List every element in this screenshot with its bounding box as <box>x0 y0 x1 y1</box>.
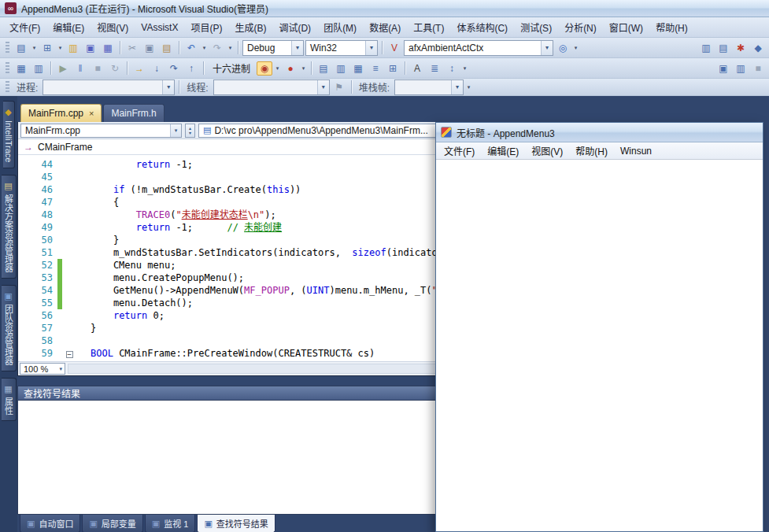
chevron-down-icon[interactable]: ▾ <box>451 80 463 94</box>
restart-icon[interactable]: ↻ <box>107 61 123 76</box>
new-breakpoint-icon[interactable]: ● <box>283 61 298 76</box>
breakpoints-grid-icon[interactable]: ▦ <box>13 61 29 76</box>
sort-tool-icon[interactable]: ↕ <box>444 61 460 76</box>
menu-item-生成(B)[interactable]: 生成(B) <box>228 18 272 36</box>
app-menu-item-文件(F)[interactable]: 文件(F) <box>438 142 481 160</box>
object-browser-icon[interactable]: ✱ <box>733 41 749 55</box>
list-tool-icon[interactable]: ≣ <box>427 61 442 76</box>
bottom-tab-监视 1[interactable]: ▣监视 1 <box>145 515 196 532</box>
undo-icon[interactable]: ↶ <box>183 41 199 55</box>
platform-combo[interactable]: Win32▾ <box>305 40 378 56</box>
doc-tab-MainFrm.cpp[interactable]: MainFrm.cpp× <box>20 104 102 122</box>
menu-item-工具(T)[interactable]: 工具(T) <box>407 18 450 36</box>
app-window[interactable]: 无标题 - AppendMenu3 文件(F)编辑(E)视图(V)帮助(H)Wi… <box>435 122 763 532</box>
copy-icon[interactable]: ▣ <box>142 41 157 55</box>
flag-icon[interactable]: ⚑ <box>331 80 347 94</box>
menu-item-体系结构(C)[interactable]: 体系结构(C) <box>450 18 514 36</box>
app-menu-item-视图(V)[interactable]: 视图(V) <box>525 142 569 160</box>
continue-icon[interactable]: ▶ <box>55 61 71 76</box>
menu-item-数据(A)[interactable]: 数据(A) <box>363 18 407 36</box>
find-dropdown[interactable]: ▾ <box>572 41 579 55</box>
bottom-tab-查找符号结果[interactable]: ▣查找符号结果 <box>197 515 275 532</box>
app-titlebar[interactable]: 无标题 - AppendMenu3 <box>436 123 763 142</box>
immediate-window-icon[interactable]: ▤ <box>316 61 331 76</box>
menu-item-项目(P)[interactable]: 项目(P) <box>184 18 228 36</box>
redo-icon[interactable]: ↷ <box>209 41 225 55</box>
step-into-icon[interactable]: ↓ <box>149 61 165 76</box>
stop-debug-icon[interactable]: ■ <box>90 61 105 76</box>
text-tool-icon[interactable]: A <box>409 61 425 76</box>
watch-window-icon[interactable]: ▦ <box>350 61 366 76</box>
redo-dropdown[interactable]: ▾ <box>227 41 234 55</box>
app-menu-item-编辑(E)[interactable]: 编辑(E) <box>481 142 525 160</box>
hex-toggle-button[interactable]: 十六进制 <box>208 61 255 76</box>
app-menu-item-Winsun[interactable]: Winsun <box>614 143 658 159</box>
chevron-down-icon[interactable]: ▾ <box>162 80 174 94</box>
menu-item-编辑(E)[interactable]: 编辑(E) <box>46 18 91 36</box>
show-next-statement-icon[interactable]: → <box>131 61 147 76</box>
toolbar-grip[interactable] <box>6 42 9 54</box>
menu-item-视图(V)[interactable]: 视图(V) <box>91 18 135 36</box>
chevron-down-icon[interactable]: ▾ <box>541 41 553 55</box>
undo-dropdown[interactable]: ▾ <box>201 41 208 55</box>
step-out-icon[interactable]: ↑ <box>183 61 199 76</box>
breakpoint-window-icon[interactable]: ◉ <box>257 61 272 76</box>
app-menu-item-帮助(H)[interactable]: 帮助(H) <box>569 142 614 160</box>
fold-marker[interactable]: − <box>64 347 75 360</box>
toolbar-grip[interactable] <box>6 81 9 94</box>
open-file-icon[interactable]: ▥ <box>65 41 81 55</box>
breakpoint-dropdown[interactable]: ▾ <box>274 61 281 76</box>
chevron-down-icon[interactable]: ▾ <box>317 80 329 94</box>
file-dropdown[interactable]: MainFrm.cpp ▾ <box>20 124 182 138</box>
menu-item-窗口(W)[interactable]: 窗口(W) <box>603 18 649 36</box>
app-client-area[interactable] <box>436 161 763 531</box>
save-icon[interactable]: ▣ <box>83 41 98 55</box>
cut-icon[interactable]: ✂ <box>124 41 140 55</box>
thread-combo[interactable]: ▾ <box>213 79 330 95</box>
add-item-dropdown[interactable]: ▾ <box>57 41 64 55</box>
chevron-down-icon[interactable]: ▾ <box>291 41 303 55</box>
save-all-icon[interactable]: ▦ <box>100 41 116 55</box>
chevron-down-icon[interactable]: ▾ <box>365 41 377 55</box>
stack-frame-dropdown[interactable]: ▾ <box>465 80 472 94</box>
vassistx-icon[interactable]: V <box>386 41 402 55</box>
bottom-tab-自动窗口[interactable]: ▣自动窗口 <box>20 515 80 532</box>
menu-item-分析(N)[interactable]: 分析(N) <box>558 18 603 36</box>
stack-frame-combo[interactable]: ▾ <box>394 79 464 95</box>
menu-item-测试(S)[interactable]: 测试(S) <box>514 18 558 36</box>
collapse-icon[interactable]: − <box>66 351 73 358</box>
solution-explorer-icon[interactable]: ▥ <box>698 41 714 55</box>
menu-item-调试(D)[interactable]: 调试(D) <box>272 18 317 36</box>
locals-window-icon[interactable]: ▥ <box>333 61 349 76</box>
break-all-icon[interactable]: ‖ <box>72 61 88 76</box>
zoom-dropdown[interactable]: 100 % ▾ <box>20 363 65 375</box>
find-symbol-icon[interactable]: ◎ <box>555 41 571 55</box>
chevron-down-icon[interactable]: ▾ <box>170 124 181 137</box>
full-screen-icon[interactable]: ■ <box>750 61 766 76</box>
properties-window-icon[interactable]: ▤ <box>715 41 731 55</box>
menu-item-帮助(H)[interactable]: 帮助(H) <box>649 18 694 36</box>
vax-symbol-combo[interactable]: afxAmbientActCtx▾ <box>404 40 553 56</box>
paste-icon[interactable]: ▤ <box>159 41 175 55</box>
bottom-tab-局部变量[interactable]: ▣局部变量 <box>82 515 142 532</box>
side-tab-属性[interactable]: ▦属性 <box>2 378 17 421</box>
side-tab-解决方案资源管理器[interactable]: ▤解决方案资源管理器 <box>2 175 17 279</box>
menu-item-VAssistX[interactable]: VAssistX <box>135 20 184 35</box>
tools-dropdown[interactable]: ▾ <box>461 61 468 76</box>
output-window-icon[interactable]: ⊞ <box>385 61 401 76</box>
new-item-dropdown[interactable]: ▾ <box>31 41 38 55</box>
memory-grid-icon[interactable]: ▥ <box>31 61 46 76</box>
menu-item-文件(F)[interactable]: 文件(F) <box>3 18 46 36</box>
toolbox-icon[interactable]: ◆ <box>750 41 766 55</box>
toolbar-grip[interactable] <box>6 62 9 75</box>
side-tab-IntelliTrace[interactable]: ◆IntelliTrace <box>3 101 15 168</box>
chevron-down-icon[interactable]: ▾ <box>59 366 65 372</box>
callstack-window-icon[interactable]: ≡ <box>368 61 383 76</box>
new-item-icon[interactable]: ▤ <box>13 41 29 55</box>
new-breakpoint-dropdown[interactable]: ▾ <box>300 61 307 76</box>
close-tab-icon[interactable]: × <box>89 109 94 118</box>
menu-item-团队(M)[interactable]: 团队(M) <box>317 18 363 36</box>
add-item-icon[interactable]: ⊞ <box>39 41 55 55</box>
doc-tab-MainFrm.h[interactable]: MainFrm.h <box>103 104 164 122</box>
split-window-icon[interactable]: ▥ <box>733 61 749 76</box>
